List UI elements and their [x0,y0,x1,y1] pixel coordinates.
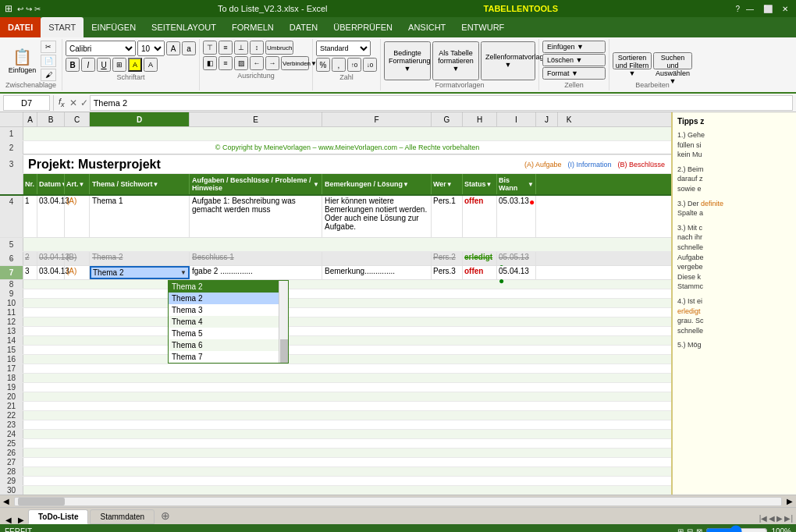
col-header-i[interactable]: I [497,112,536,126]
text-direction-button[interactable]: ↕ [250,41,264,55]
status-bar: FERFIT ⊞ ⊟ ⊠ 100% [0,524,796,532]
tab-todo-liste[interactable]: ToDo-Liste [28,509,88,524]
underline-button[interactable]: U [97,58,111,72]
bedingte-formatierung-button[interactable]: Bedingte Formatierung ▼ [384,41,431,80]
align-left-button[interactable]: ◧ [203,56,217,70]
align-right-button[interactable]: ▨ [234,56,248,70]
tab-ansicht[interactable]: ANSICHT [400,17,453,37]
font-color-button[interactable]: A [144,58,158,72]
row-num-1: 1 [0,127,23,140]
group-zellen: Einfügen ▼ Löschen ▼ Format ▼ Zellen [539,39,609,90]
tab-daten[interactable]: DATEN [282,17,325,37]
cancel-formula-icon[interactable]: ✕ [69,98,77,108]
copyright-text: © Copyright by MeineVorlagen – www.Meine… [215,144,479,151]
fill-color-button[interactable]: A [128,58,142,72]
indent-left-button[interactable]: ← [250,56,264,70]
window-title: To do Liste_V2.3.xlsx - Excel [218,4,328,13]
cell-d7-selected[interactable]: Thema 2 ▼ [90,266,190,279]
col-header-g[interactable]: G [432,112,463,126]
tab-entwurf[interactable]: ENTWURF [453,17,512,37]
tab-formeln[interactable]: FORMELN [224,17,282,37]
formula-input[interactable] [90,95,793,111]
dropdown-item-thema3[interactable]: Thema 3 [169,304,288,316]
bold-button[interactable]: B [66,58,80,72]
col-header-f[interactable]: F [322,112,432,126]
add-sheet-button[interactable]: ⊕ [156,507,175,524]
col-header-a[interactable]: A [23,112,37,126]
minimize-button[interactable]: — [743,5,757,13]
border-button[interactable]: ⊞ [112,58,126,72]
font-size-selector[interactable]: 10 [137,41,165,56]
col-header-e[interactable]: E [190,112,322,126]
merge-button[interactable]: Verbinden▼ [281,56,309,70]
col-header-h[interactable]: H [463,112,497,126]
sheet-scroll-right[interactable]: ▶ [16,516,27,524]
tab-ueberpruefen[interactable]: ÜBERPRÜFEN [325,17,400,37]
indent-right-button[interactable]: → [265,56,279,70]
view-layout-icon[interactable]: ⊟ [687,527,693,533]
einfuegen-zellen-button[interactable]: Einfügen ▼ [542,41,606,53]
dropdown-item-thema7[interactable]: Thema 7 [169,351,288,363]
dropdown-item-thema6[interactable]: Thema 6 [169,339,288,351]
tab-start[interactable]: START [41,17,84,37]
col-header-d[interactable]: D [90,112,190,126]
align-bottom-button[interactable]: ⊥ [234,41,248,55]
scroll-left-icon[interactable]: ◀ [0,497,12,505]
loeschen-button[interactable]: Löschen ▼ [542,54,606,66]
tab-einfuegen[interactable]: EINFÜGEN [84,17,144,37]
kopieren-button[interactable]: 📄 [41,55,56,67]
horizontal-scrollbar[interactable]: ◀ ▶ [0,495,796,507]
align-top-button[interactable]: ⊤ [203,41,217,55]
tab-stammdaten[interactable]: Stammdaten [90,509,155,524]
scroll-right-icon[interactable]: ▶ [784,497,796,505]
decimal-increase-button[interactable]: ↑0 [347,58,361,72]
italic-button[interactable]: I [81,58,95,72]
einfuegen-button[interactable]: 📋 Einfügen [5,46,40,76]
col-header-b[interactable]: B [37,112,65,126]
dropdown-item-thema5[interactable]: Thema 5 [169,328,288,339]
font-selector[interactable]: Calibri [66,41,136,56]
sortieren-filtern-button[interactable]: Sortieren und Filtern ▼ [613,52,652,69]
wrap-text-button[interactable]: Umbruch [265,41,293,55]
dropdown-list[interactable]: Thema 2 Thema 2 Thema 3 Thema 4 Thema 5 … [168,280,289,364]
dropdown-arrow-icon[interactable]: ▼ [180,269,187,276]
th-art: Art. ▼ [65,174,90,194]
dropdown-scrollbar[interactable] [279,281,288,363]
group-zahl: Standard % , ↑0 ↓0 Zahl [313,39,381,90]
format-kopieren-button[interactable]: 🖌 [41,69,56,81]
sheet-scroll-left[interactable]: ◀ [3,516,14,524]
close-button[interactable]: ✕ [779,5,791,13]
percent-button[interactable]: % [316,58,330,72]
zoom-slider[interactable] [705,527,768,532]
dropdown-item-thema2a[interactable]: Thema 2 [169,281,288,293]
maximize-button[interactable]: ⬜ [760,5,776,13]
group-bearbeiten: Sortieren und Filtern ▼ Suchen und Auswä… [609,39,695,90]
tab-seitenlayout[interactable]: SEITENLAYOUT [144,17,224,37]
decimal-decrease-button[interactable]: ↓0 [363,58,377,72]
row-num-4: 4 [0,196,23,237]
als-tabelle-button[interactable]: Als Tabelle formatieren ▼ [432,41,479,80]
dropdown-item-thema4[interactable]: Thema 4 [169,316,288,328]
help-button[interactable]: ? [735,5,740,13]
zellenformatvorlagen-button[interactable]: Zellenformatvorlagen ▼ [481,41,535,80]
suchen-auswaehlen-button[interactable]: Suchen und Auswählen ▼ [653,52,692,69]
zellen-label: Zellen [542,81,606,89]
number-format-selector[interactable]: Standard [316,41,371,56]
thousands-button[interactable]: , [332,58,346,72]
decrease-font-button[interactable]: a [182,41,196,55]
align-center-button[interactable]: ≡ [219,56,233,70]
cell-reference-input[interactable] [3,95,50,111]
tips-item-3: 3.) Der definiteSpalte a [677,199,791,218]
view-normal-icon[interactable]: ⊞ [677,527,684,533]
tab-datei[interactable]: DATEI [0,17,41,37]
col-header-c[interactable]: C [65,112,90,126]
ausschneiden-button[interactable]: ✂ [41,41,56,53]
view-break-icon[interactable]: ⊠ [696,527,702,533]
confirm-formula-icon[interactable]: ✓ [80,98,88,108]
increase-font-button[interactable]: A [166,41,180,55]
align-middle-button[interactable]: ≡ [219,41,233,55]
dropdown-item-thema2b[interactable]: Thema 2 [169,293,288,304]
format-button[interactable]: Format ▼ [542,67,606,80]
col-header-k[interactable]: K [558,112,580,126]
col-header-j[interactable]: J [536,112,558,126]
